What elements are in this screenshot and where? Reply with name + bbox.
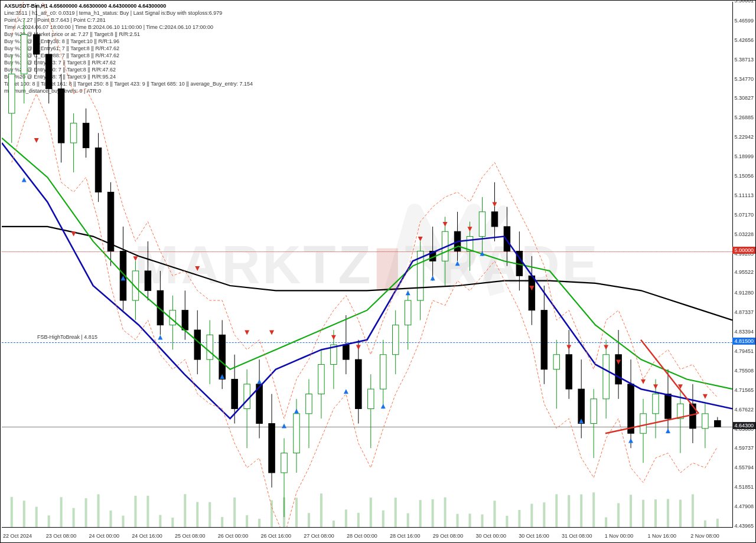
svg-rect-103 (281, 453, 287, 473)
svg-rect-6 (85, 498, 87, 527)
x-tick: 25 Oct 08:00 (175, 533, 206, 539)
svg-rect-37 (469, 513, 471, 527)
svg-rect-113 (343, 345, 349, 359)
svg-rect-119 (380, 355, 386, 389)
svg-rect-69 (70, 123, 76, 143)
svg-rect-52 (654, 499, 657, 527)
svg-rect-63 (33, 35, 39, 54)
x-tick: 29 Oct 08:00 (433, 533, 464, 539)
svg-rect-59 (9, 74, 15, 113)
svg-rect-15 (196, 502, 198, 527)
svg-rect-40 (506, 516, 508, 527)
y-tick: 5.15056 (734, 173, 754, 179)
svg-rect-161 (640, 414, 646, 433)
x-tick: 28 Oct 16:00 (390, 533, 421, 539)
svg-rect-36 (457, 514, 459, 527)
x-axis: 22 Oct 202423 Oct 08:0024 Oct 00:0024 Oc… (1, 527, 732, 542)
y-tick: 5.50661 (734, 0, 754, 4)
y-tick: 5.22942 (734, 134, 754, 140)
svg-rect-56 (704, 521, 706, 527)
y-tick: 4.43965 (734, 523, 754, 529)
svg-rect-39 (493, 501, 496, 527)
svg-rect-45 (568, 495, 570, 527)
svg-rect-87 (182, 310, 188, 330)
y-tick: 5.30827 (734, 95, 754, 101)
svg-rect-55 (692, 494, 694, 527)
x-tick: 28 Oct 00:00 (347, 533, 377, 539)
svg-rect-29 (370, 498, 372, 527)
svg-rect-163 (653, 394, 659, 413)
svg-rect-137 (491, 212, 497, 227)
y-tick: 4.55794 (734, 465, 754, 470)
svg-rect-17 (221, 517, 223, 527)
x-tick: 22 Oct 2024 (3, 533, 32, 539)
svg-rect-31 (395, 498, 397, 527)
svg-rect-151 (578, 389, 584, 423)
svg-rect-24 (308, 513, 310, 527)
svg-rect-34 (432, 499, 434, 527)
x-tick: 30 Oct 16:00 (519, 533, 549, 539)
svg-rect-35 (444, 498, 447, 527)
svg-rect-53 (667, 499, 669, 527)
y-tick: 5.11113 (734, 192, 754, 198)
svg-rect-14 (184, 494, 186, 527)
svg-rect-33 (419, 500, 422, 527)
svg-rect-81 (145, 271, 151, 290)
svg-rect-4 (60, 497, 63, 527)
svg-rect-51 (642, 500, 644, 527)
y-tick: 4.67622 (734, 407, 754, 413)
svg-rect-42 (530, 504, 533, 527)
svg-rect-71 (83, 123, 89, 148)
svg-rect-19 (246, 515, 248, 527)
x-tick: 1 Nov 16:00 (647, 533, 676, 539)
svg-rect-18 (233, 498, 236, 527)
y-tick: 4.91280 (734, 290, 754, 296)
svg-rect-169 (690, 404, 696, 428)
svg-line-175 (605, 414, 698, 433)
y-tick: 4.59737 (734, 445, 754, 451)
svg-rect-145 (541, 310, 547, 369)
y-tick: 5.03228 (734, 231, 754, 237)
x-tick: 30 Oct 00:00 (475, 533, 506, 539)
svg-rect-73 (95, 148, 101, 192)
y-tick: 5.18999 (734, 153, 754, 159)
svg-rect-8 (110, 511, 112, 527)
svg-rect-89 (194, 330, 200, 359)
svg-rect-105 (294, 414, 299, 453)
svg-rect-49 (617, 503, 620, 527)
x-tick: 26 Oct 16:00 (261, 533, 292, 539)
y-axis: 5.506615.465995.426565.387135.347705.308… (732, 1, 755, 528)
svg-rect-115 (356, 359, 361, 408)
svg-rect-28 (357, 513, 360, 527)
svg-rect-11 (146, 496, 149, 527)
x-tick: 24 Oct 16:00 (132, 533, 162, 539)
y-tick: 4.51851 (734, 484, 754, 490)
svg-rect-147 (553, 355, 559, 369)
svg-rect-95 (232, 379, 237, 408)
svg-rect-46 (580, 495, 582, 527)
svg-rect-27 (345, 509, 347, 527)
svg-rect-75 (107, 192, 113, 251)
svg-rect-157 (615, 355, 621, 384)
x-tick: 27 Oct 08:00 (304, 533, 334, 539)
svg-rect-0 (11, 497, 13, 527)
y-tick: 5.07170 (734, 212, 754, 218)
svg-rect-38 (481, 515, 483, 527)
chart-plot-area[interactable]: MARKTZ▮TRADE AXSUSDT-Bin,H1 4.65600000 4… (2, 2, 733, 528)
svg-rect-3 (48, 515, 50, 527)
y-tick: 4.87337 (734, 309, 754, 315)
svg-rect-97 (244, 384, 250, 409)
svg-rect-155 (603, 355, 609, 399)
svg-rect-159 (628, 384, 634, 433)
svg-rect-139 (504, 227, 510, 251)
svg-rect-67 (58, 89, 64, 143)
price-label-5: 5.00000 (732, 247, 755, 254)
svg-rect-91 (207, 335, 213, 359)
svg-rect-109 (318, 364, 324, 394)
svg-rect-7 (97, 494, 100, 527)
svg-rect-25 (320, 493, 322, 527)
x-tick: 23 Oct 08:00 (46, 533, 77, 539)
svg-rect-1 (23, 501, 25, 527)
svg-rect-26 (333, 521, 335, 527)
svg-rect-153 (591, 399, 597, 424)
